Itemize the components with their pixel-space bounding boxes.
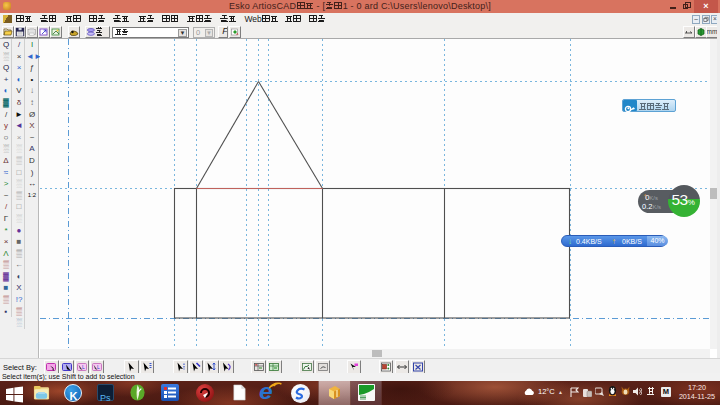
svg-text:L: L (97, 364, 100, 370)
svg-text:L: L (82, 364, 85, 370)
